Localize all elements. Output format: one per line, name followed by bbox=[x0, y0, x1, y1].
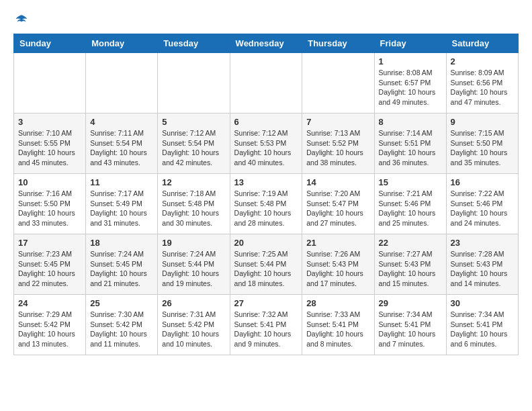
day-number: 10 bbox=[18, 177, 81, 187]
logo bbox=[13, 13, 28, 27]
calendar-cell bbox=[158, 53, 230, 113]
day-info: Sunrise: 7:10 AM Sunset: 5:55 PM Dayligh… bbox=[18, 128, 81, 168]
calendar-cell: 13Sunrise: 7:19 AM Sunset: 5:48 PM Dayli… bbox=[230, 174, 302, 234]
calendar-cell: 5Sunrise: 7:12 AM Sunset: 5:54 PM Daylig… bbox=[158, 113, 230, 174]
calendar-cell: 2Sunrise: 8:09 AM Sunset: 6:56 PM Daylig… bbox=[446, 53, 518, 113]
calendar-cell: 21Sunrise: 7:26 AM Sunset: 5:43 PM Dayli… bbox=[302, 234, 374, 295]
day-number: 22 bbox=[379, 238, 442, 248]
day-number: 17 bbox=[18, 238, 81, 248]
day-info: Sunrise: 7:22 AM Sunset: 5:46 PM Dayligh… bbox=[451, 189, 514, 228]
day-info: Sunrise: 8:09 AM Sunset: 6:56 PM Dayligh… bbox=[451, 68, 514, 107]
calendar-cell bbox=[14, 53, 86, 113]
day-number: 9 bbox=[451, 117, 514, 127]
day-number: 27 bbox=[234, 298, 298, 308]
calendar-cell: 24Sunrise: 7:29 AM Sunset: 5:42 PM Dayli… bbox=[14, 295, 86, 355]
calendar-cell: 23Sunrise: 7:28 AM Sunset: 5:43 PM Dayli… bbox=[446, 234, 518, 295]
day-number: 26 bbox=[162, 298, 225, 308]
weekday-header-monday: Monday bbox=[86, 34, 158, 53]
calendar-cell: 20Sunrise: 7:25 AM Sunset: 5:44 PM Dayli… bbox=[230, 234, 302, 295]
day-info: Sunrise: 7:24 AM Sunset: 5:44 PM Dayligh… bbox=[162, 249, 225, 289]
weekday-header-tuesday: Tuesday bbox=[158, 34, 230, 53]
weekday-header-saturday: Saturday bbox=[446, 34, 518, 53]
day-number: 28 bbox=[306, 298, 369, 308]
day-number: 18 bbox=[90, 238, 153, 248]
calendar-cell: 6Sunrise: 7:12 AM Sunset: 5:53 PM Daylig… bbox=[230, 113, 302, 174]
calendar-cell: 17Sunrise: 7:23 AM Sunset: 5:45 PM Dayli… bbox=[14, 234, 86, 295]
calendar-cell: 7Sunrise: 7:13 AM Sunset: 5:52 PM Daylig… bbox=[302, 113, 374, 174]
day-info: Sunrise: 7:11 AM Sunset: 5:54 PM Dayligh… bbox=[90, 128, 153, 168]
day-info: Sunrise: 7:24 AM Sunset: 5:45 PM Dayligh… bbox=[90, 249, 153, 289]
calendar-week-row: 24Sunrise: 7:29 AM Sunset: 5:42 PM Dayli… bbox=[14, 295, 519, 355]
calendar-cell: 1Sunrise: 8:08 AM Sunset: 6:57 PM Daylig… bbox=[374, 53, 446, 113]
day-number: 24 bbox=[18, 298, 81, 308]
day-info: Sunrise: 7:18 AM Sunset: 5:48 PM Dayligh… bbox=[162, 189, 225, 228]
day-number: 23 bbox=[451, 238, 514, 248]
weekday-header-sunday: Sunday bbox=[14, 34, 86, 53]
day-number: 16 bbox=[451, 177, 514, 187]
day-info: Sunrise: 7:13 AM Sunset: 5:52 PM Dayligh… bbox=[306, 128, 369, 168]
calendar-cell: 16Sunrise: 7:22 AM Sunset: 5:46 PM Dayli… bbox=[446, 174, 518, 234]
day-number: 14 bbox=[306, 177, 369, 187]
day-number: 3 bbox=[18, 117, 81, 127]
day-info: Sunrise: 7:14 AM Sunset: 5:51 PM Dayligh… bbox=[379, 128, 442, 168]
calendar-cell: 25Sunrise: 7:30 AM Sunset: 5:42 PM Dayli… bbox=[86, 295, 158, 355]
weekday-header-row: SundayMondayTuesdayWednesdayThursdayFrid… bbox=[14, 34, 519, 53]
day-info: Sunrise: 7:16 AM Sunset: 5:50 PM Dayligh… bbox=[18, 189, 81, 228]
calendar-cell: 18Sunrise: 7:24 AM Sunset: 5:45 PM Dayli… bbox=[86, 234, 158, 295]
day-info: Sunrise: 7:34 AM Sunset: 5:41 PM Dayligh… bbox=[451, 310, 514, 349]
day-number: 13 bbox=[234, 177, 298, 187]
day-number: 29 bbox=[379, 298, 442, 308]
day-info: Sunrise: 7:33 AM Sunset: 5:41 PM Dayligh… bbox=[306, 310, 369, 349]
day-info: Sunrise: 7:27 AM Sunset: 5:43 PM Dayligh… bbox=[379, 249, 442, 289]
weekday-header-wednesday: Wednesday bbox=[230, 34, 302, 53]
day-number: 8 bbox=[379, 117, 442, 127]
day-info: Sunrise: 7:31 AM Sunset: 5:42 PM Dayligh… bbox=[162, 310, 225, 349]
day-number: 5 bbox=[162, 117, 225, 127]
calendar-cell bbox=[302, 53, 374, 113]
day-number: 2 bbox=[451, 56, 514, 66]
calendar-cell: 9Sunrise: 7:15 AM Sunset: 5:50 PM Daylig… bbox=[446, 113, 518, 174]
day-number: 30 bbox=[451, 298, 514, 308]
logo-bird-icon bbox=[15, 13, 28, 27]
day-info: Sunrise: 7:17 AM Sunset: 5:49 PM Dayligh… bbox=[90, 189, 153, 228]
calendar-week-row: 1Sunrise: 8:08 AM Sunset: 6:57 PM Daylig… bbox=[14, 53, 519, 113]
day-info: Sunrise: 7:12 AM Sunset: 5:54 PM Dayligh… bbox=[162, 128, 225, 168]
day-number: 20 bbox=[234, 238, 298, 248]
calendar-cell: 11Sunrise: 7:17 AM Sunset: 5:49 PM Dayli… bbox=[86, 174, 158, 234]
day-info: Sunrise: 7:19 AM Sunset: 5:48 PM Dayligh… bbox=[234, 189, 298, 228]
calendar-cell: 8Sunrise: 7:14 AM Sunset: 5:51 PM Daylig… bbox=[374, 113, 446, 174]
calendar-cell: 12Sunrise: 7:18 AM Sunset: 5:48 PM Dayli… bbox=[158, 174, 230, 234]
day-number: 6 bbox=[234, 117, 298, 127]
day-info: Sunrise: 7:28 AM Sunset: 5:43 PM Dayligh… bbox=[451, 249, 514, 289]
calendar-week-row: 3Sunrise: 7:10 AM Sunset: 5:55 PM Daylig… bbox=[14, 113, 519, 174]
day-info: Sunrise: 7:29 AM Sunset: 5:42 PM Dayligh… bbox=[18, 310, 81, 349]
day-info: Sunrise: 7:21 AM Sunset: 5:46 PM Dayligh… bbox=[379, 189, 442, 228]
calendar-cell: 28Sunrise: 7:33 AM Sunset: 5:41 PM Dayli… bbox=[302, 295, 374, 355]
calendar-cell: 26Sunrise: 7:31 AM Sunset: 5:42 PM Dayli… bbox=[158, 295, 230, 355]
day-number: 12 bbox=[162, 177, 225, 187]
day-number: 11 bbox=[90, 177, 153, 187]
weekday-header-friday: Friday bbox=[374, 34, 446, 53]
calendar-week-row: 10Sunrise: 7:16 AM Sunset: 5:50 PM Dayli… bbox=[14, 174, 519, 234]
day-number: 1 bbox=[379, 56, 442, 66]
calendar-cell bbox=[230, 53, 302, 113]
calendar-cell bbox=[86, 53, 158, 113]
day-info: Sunrise: 7:26 AM Sunset: 5:43 PM Dayligh… bbox=[306, 249, 369, 289]
calendar-week-row: 17Sunrise: 7:23 AM Sunset: 5:45 PM Dayli… bbox=[14, 234, 519, 295]
calendar-cell: 14Sunrise: 7:20 AM Sunset: 5:47 PM Dayli… bbox=[302, 174, 374, 234]
day-info: Sunrise: 7:23 AM Sunset: 5:45 PM Dayligh… bbox=[18, 249, 81, 289]
calendar-cell: 30Sunrise: 7:34 AM Sunset: 5:41 PM Dayli… bbox=[446, 295, 518, 355]
calendar-cell: 19Sunrise: 7:24 AM Sunset: 5:44 PM Dayli… bbox=[158, 234, 230, 295]
day-info: Sunrise: 7:30 AM Sunset: 5:42 PM Dayligh… bbox=[90, 310, 153, 349]
day-info: Sunrise: 7:34 AM Sunset: 5:41 PM Dayligh… bbox=[379, 310, 442, 349]
day-info: Sunrise: 8:08 AM Sunset: 6:57 PM Dayligh… bbox=[379, 68, 442, 107]
day-info: Sunrise: 7:15 AM Sunset: 5:50 PM Dayligh… bbox=[451, 128, 514, 168]
calendar-cell: 10Sunrise: 7:16 AM Sunset: 5:50 PM Dayli… bbox=[14, 174, 86, 234]
day-info: Sunrise: 7:25 AM Sunset: 5:44 PM Dayligh… bbox=[234, 249, 298, 289]
calendar-table: SundayMondayTuesdayWednesdayThursdayFrid… bbox=[13, 34, 519, 355]
calendar-cell: 29Sunrise: 7:34 AM Sunset: 5:41 PM Dayli… bbox=[374, 295, 446, 355]
calendar-cell: 4Sunrise: 7:11 AM Sunset: 5:54 PM Daylig… bbox=[86, 113, 158, 174]
calendar-cell: 27Sunrise: 7:32 AM Sunset: 5:41 PM Dayli… bbox=[230, 295, 302, 355]
day-number: 4 bbox=[90, 117, 153, 127]
calendar-cell: 3Sunrise: 7:10 AM Sunset: 5:55 PM Daylig… bbox=[14, 113, 86, 174]
